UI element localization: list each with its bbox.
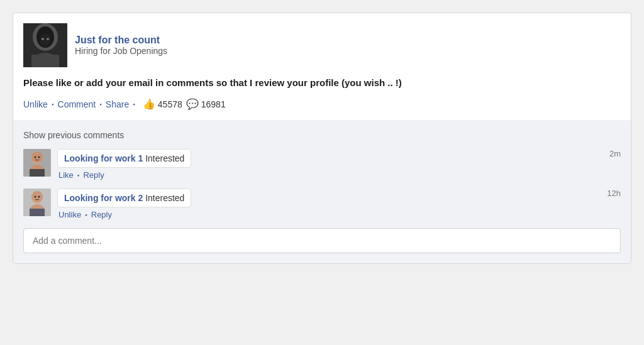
share-button[interactable]: Share (106, 99, 129, 109)
svg-point-5 (47, 38, 49, 40)
comment-avatar-2 (23, 189, 51, 216)
unlike-button[interactable]: Unlike (23, 99, 48, 109)
comment-bubble-2: Looking for work 2 Interested (57, 189, 191, 207)
svg-point-3 (40, 33, 51, 46)
svg-point-19 (35, 196, 36, 198)
comment-reply-1[interactable]: Reply (83, 170, 104, 180)
comment-text-2b: Interested (145, 193, 184, 203)
comment-count: 💬 16981 (186, 98, 226, 110)
svg-rect-15 (30, 169, 45, 177)
bubble-icon: 💬 (186, 98, 199, 110)
comment-actions-2: Unlike ● Reply (57, 210, 191, 219)
svg-point-12 (38, 156, 40, 158)
svg-rect-23 (30, 209, 45, 216)
svg-rect-7 (31, 55, 59, 67)
comment-text-1b: Interested (145, 153, 184, 163)
svg-point-20 (38, 196, 40, 198)
comment-unlike-2[interactable]: Unlike (58, 210, 81, 219)
comment-bubble-1: Looking for work 1 Interested (57, 149, 191, 168)
like-count: 👍 45578 (143, 98, 182, 110)
comment-item: Looking for work 1 Interested Like ● Rep… (23, 149, 621, 180)
comment-like-1[interactable]: Like (58, 170, 74, 180)
comment-dot-1: ● (77, 173, 80, 177)
add-comment-input[interactable] (33, 236, 611, 246)
svg-point-4 (42, 38, 44, 40)
post-author-name[interactable]: Just for the count (75, 35, 167, 46)
post-avatar (23, 23, 67, 67)
svg-point-10 (31, 151, 43, 163)
comment-time-1: 2m (609, 149, 621, 158)
comment-author-2[interactable]: Looking for work 2 (64, 193, 143, 203)
post-actions: Unlike ● Comment ● Share ● 👍 45578 💬 169… (23, 98, 621, 110)
post-body: Please like or add your email in comment… (23, 76, 621, 89)
comment-content-1: Looking for work 1 Interested Like ● Rep… (57, 149, 621, 180)
post-header: Just for the count Hiring for Job Openin… (23, 23, 621, 67)
comment-reply-2[interactable]: Reply (91, 210, 112, 219)
show-previous-comments[interactable]: Show previous comments (23, 130, 621, 140)
dot2: ● (99, 102, 102, 106)
post-author-sub: Hiring for Job Openings (75, 46, 167, 56)
post-card: Just for the count Hiring for Job Openin… (13, 13, 631, 264)
post-author-info: Just for the count Hiring for Job Openin… (75, 35, 167, 56)
comment-time-2: 12h (607, 189, 621, 198)
add-comment-section (23, 228, 621, 253)
dot3: ● (133, 102, 135, 106)
comment-avatar-1 (23, 149, 51, 177)
comment-author-1[interactable]: Looking for work 1 (64, 153, 143, 163)
comment-dot-2: ● (85, 213, 87, 217)
post-section: Just for the count Hiring for Job Openin… (13, 13, 631, 120)
thumb-icon: 👍 (143, 98, 155, 110)
comment-actions-1: Like ● Reply (57, 170, 191, 180)
comments-section: Show previous comments (13, 120, 631, 263)
svg-point-11 (35, 156, 36, 158)
comment-content-2: Looking for work 2 Interested Unlike ● R… (57, 189, 621, 219)
comment-button[interactable]: Comment (58, 99, 96, 109)
svg-point-18 (31, 191, 43, 202)
comment-item-2: Looking for work 2 Interested Unlike ● R… (23, 189, 621, 219)
dot1: ● (52, 102, 54, 106)
